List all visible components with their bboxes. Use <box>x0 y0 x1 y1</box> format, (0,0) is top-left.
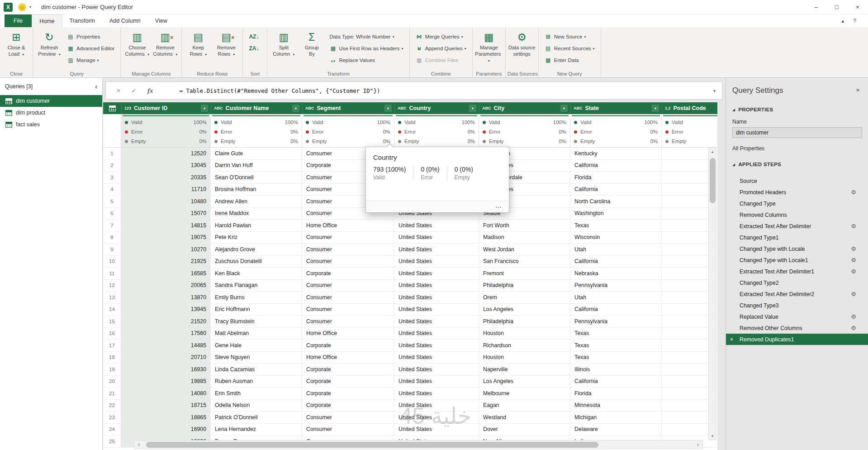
tab-view[interactable]: View <box>148 14 175 27</box>
help-icon[interactable]: ? <box>853 18 856 24</box>
cell-customer-id[interactable]: 16585 <box>121 268 211 279</box>
cell-city[interactable]: Houston <box>479 352 570 364</box>
column-quality-customer-id[interactable]: Valid100%Error0%Empty0% <box>121 114 211 147</box>
column-header-customer-name[interactable]: ABCCustomer Name▾ <box>211 102 302 114</box>
properties-button[interactable]: ▤Properties <box>64 31 118 42</box>
column-quality-segment[interactable]: Valid100%Error0%Empty0% <box>302 114 394 147</box>
scroll-right-icon[interactable]: › <box>693 441 702 448</box>
row-number[interactable]: 23 <box>103 412 121 423</box>
row-number[interactable]: 14 <box>103 304 121 316</box>
cell-segment[interactable]: Home Office <box>302 352 394 364</box>
close-settings-icon[interactable]: × <box>856 86 860 94</box>
column-header-postal-code[interactable]: 1.2Postal Code▾ <box>662 102 717 114</box>
commit-formula-icon[interactable]: ✓ <box>131 87 137 94</box>
applied-step-changed-type2[interactable]: Changed Type2 <box>726 277 868 288</box>
cell-segment[interactable]: Consumer <box>302 304 394 316</box>
tab-home[interactable]: Home <box>32 14 62 27</box>
applied-step-replaced-value[interactable]: Replaced Value⚙ <box>726 311 868 322</box>
cell-country[interactable]: United States <box>394 304 479 316</box>
manage-button[interactable]: ▥Manage▾ <box>64 55 118 66</box>
feedback-smiley-icon[interactable]: ☺ <box>18 3 26 11</box>
cell-customer-id[interactable]: 19885 <box>121 376 211 388</box>
cell-city[interactable]: Los Angeles <box>479 376 570 388</box>
query-item-dim-product[interactable]: dim product <box>0 107 102 119</box>
quick-access-dropdown-icon[interactable]: ▾ <box>29 5 31 9</box>
applied-step-removed-duplicates1[interactable]: ×Removed Duplicates1 <box>726 334 868 345</box>
filter-dropdown-icon[interactable]: ▾ <box>560 105 568 112</box>
cell-customer-name[interactable]: Steve Nguyen <box>211 352 302 364</box>
close-and-load-button[interactable]: ⊞Close &Load ▾ <box>3 29 30 68</box>
append-queries-button[interactable]: ⊎Append Queries▾ <box>413 43 470 54</box>
cell-city[interactable]: Fort Worth <box>479 220 570 231</box>
row-number[interactable]: 11 <box>103 268 121 279</box>
cell-city[interactable]: San Francisco <box>479 256 570 268</box>
cell-segment[interactable]: Corporate <box>302 268 394 279</box>
cell-state[interactable]: California <box>570 256 662 268</box>
cell-country[interactable]: United States <box>394 352 479 364</box>
cell-segment[interactable]: Consumer <box>302 412 394 423</box>
row-number[interactable]: 21 <box>103 388 121 399</box>
cell-customer-id[interactable]: 20710 <box>121 352 211 364</box>
cell-country[interactable]: United States <box>394 256 479 268</box>
cell-city[interactable]: Orem <box>479 292 570 303</box>
cell-customer-id[interactable]: 13945 <box>121 304 211 316</box>
applied-step-source[interactable]: Source <box>726 175 868 187</box>
cell-customer-name[interactable]: Brosina Hoffman <box>211 184 302 196</box>
cell-state[interactable]: Kentucky <box>570 148 662 159</box>
manage-parameters-button[interactable]: ▦ManageParameters ▾ <box>475 29 503 68</box>
step-settings-gear-icon[interactable]: ⚙ <box>851 313 856 320</box>
formula-input[interactable]: = Table.Distinct(#"Removed Other Columns… <box>179 87 713 94</box>
row-number[interactable]: 3 <box>103 172 121 183</box>
cell-country[interactable]: United States <box>394 244 479 255</box>
data-source-settings-button[interactable]: ⚙Data sourcesettings <box>508 29 536 68</box>
cell-city[interactable]: Philadelphia <box>479 316 570 327</box>
cell-customer-id[interactable]: 18865 <box>121 412 211 423</box>
cell-segment[interactable]: Consumer <box>302 424 394 436</box>
cell-segment[interactable]: Corporate <box>302 340 394 351</box>
cell-segment[interactable]: Consumer <box>302 244 394 255</box>
column-quality-country[interactable]: Valid100%Error0%Empty0% <box>394 114 479 147</box>
column-header-state[interactable]: ABCState▾ <box>570 102 662 114</box>
cell-customer-id[interactable]: 16930 <box>121 364 211 375</box>
cell-country[interactable]: United States <box>394 412 479 423</box>
row-number[interactable]: 19 <box>103 364 121 375</box>
cell-customer-name[interactable]: Odella Nelson <box>211 400 302 412</box>
cell-customer-name[interactable]: Pete Kriz <box>211 232 302 244</box>
cell-state[interactable]: Texas <box>570 352 662 364</box>
row-number[interactable]: 24 <box>103 424 121 436</box>
applied-step-removed-other-columns[interactable]: Removed Other Columns⚙ <box>726 322 868 334</box>
close-window-button[interactable]: × <box>847 0 868 14</box>
row-number[interactable]: 6 <box>103 208 121 220</box>
cell-customer-id[interactable]: 10480 <box>121 196 211 207</box>
query-item-dim-customer[interactable]: dim customer <box>0 95 102 107</box>
popup-more-button[interactable]: ⋯ <box>495 203 503 211</box>
new-source-button[interactable]: ⊞New Source▾ <box>541 31 598 42</box>
cell-state[interactable]: Pennsylvania <box>570 280 662 292</box>
cell-state[interactable]: Pennsylvania <box>570 316 662 327</box>
group-by-button[interactable]: ΣGroupBy <box>298 29 325 68</box>
use-first-row-as-headers-button[interactable]: ▦Use First Row as Headers▾ <box>326 43 406 54</box>
fx-icon[interactable]: fx <box>147 87 153 95</box>
cell-city[interactable]: Los Angeles <box>479 304 570 316</box>
cell-customer-id[interactable]: 19075 <box>121 232 211 244</box>
filter-dropdown-icon[interactable]: ▾ <box>469 105 476 112</box>
cell-customer-name[interactable]: Ruben Ausman <box>211 376 302 388</box>
cell-state[interactable]: Florida <box>570 172 662 183</box>
cell-country[interactable]: United States <box>394 280 479 292</box>
step-settings-gear-icon[interactable]: ⚙ <box>851 268 856 275</box>
applied-step-extracted-text-after-delimiter[interactable]: Extracted Text After Delimiter⚙ <box>726 220 868 232</box>
cell-state[interactable]: Wisconsin <box>570 232 662 244</box>
recent-sources-button[interactable]: ▤Recent Sources▾ <box>541 43 598 54</box>
cell-segment[interactable]: Consumer <box>302 256 394 268</box>
cell-customer-id[interactable]: 20335 <box>121 172 211 183</box>
column-quality-city[interactable]: Valid100%Error0%Empty0% <box>479 114 570 147</box>
advanced-editor-button[interactable]: ▦Advanced Editor <box>64 43 118 54</box>
row-number[interactable]: 12 <box>103 280 121 292</box>
cell-customer-id[interactable]: 12520 <box>121 148 211 159</box>
step-settings-gear-icon[interactable]: ⚙ <box>851 325 856 331</box>
cell-customer-name[interactable]: Darrin Van Huff <box>211 160 302 172</box>
cell-customer-id[interactable]: 18715 <box>121 400 211 412</box>
column-quality-state[interactable]: Valid100%Error0%Empty0% <box>570 114 662 147</box>
cell-customer-name[interactable]: Matt Abelman <box>211 328 302 340</box>
cell-customer-id[interactable]: 17560 <box>121 328 211 340</box>
